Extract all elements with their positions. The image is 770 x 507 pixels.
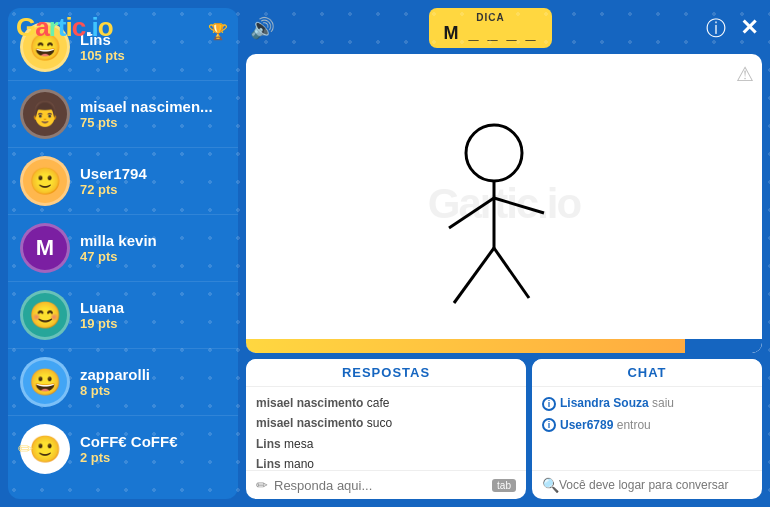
player-info: CoFF€ CoFF€ 2 pts xyxy=(80,433,226,465)
right-panel: 🔊 DICA M _ _ _ _ ⓘ ✕ Gartic.io ⚠ xyxy=(246,8,762,499)
volume-button[interactable]: 🔊 xyxy=(250,16,275,40)
player-name: Luana xyxy=(80,299,226,316)
player-pts: 75 pts xyxy=(80,115,226,130)
top-bar: 🔊 DICA M _ _ _ _ ⓘ ✕ xyxy=(246,8,762,48)
chat-header: CHAT xyxy=(532,359,762,387)
chat-info-icon: i xyxy=(542,418,556,432)
chat-username: User6789 xyxy=(560,418,613,432)
player-pts: 8 pts xyxy=(80,383,226,398)
chat-username: Lisandra Souza xyxy=(560,396,649,410)
progress-bar xyxy=(246,339,762,353)
player-info: misael nascimen... 75 pts xyxy=(80,98,226,130)
player-info: Luana 19 pts xyxy=(80,299,226,331)
chat-info-icon: i xyxy=(542,397,556,411)
player-avatar: M xyxy=(20,223,70,273)
response-answer: mesa xyxy=(284,437,313,451)
response-user: misael nascimento xyxy=(256,396,363,410)
player-name: CoFF€ CoFF€ xyxy=(80,433,226,450)
player-name: zapparolli xyxy=(80,366,226,383)
player-avatar: 😀 xyxy=(20,357,70,407)
player-pts: 105 pts xyxy=(80,48,226,63)
response-user: Lins xyxy=(256,437,281,451)
pencil-icon: ✏ xyxy=(256,477,268,493)
responses-list: misael nascimento cafemisael nascimento … xyxy=(246,387,526,470)
response-answer: mano xyxy=(284,457,314,470)
answer-input-row: ✏ tab xyxy=(246,470,526,499)
info-button[interactable]: ⓘ xyxy=(706,18,726,38)
player-item: 🙂 User1794 72 pts xyxy=(8,148,238,215)
player-avatar: 😊 xyxy=(20,290,70,340)
chat-message: iLisandra Souza saiu xyxy=(542,393,752,415)
answer-input[interactable] xyxy=(274,478,486,493)
player-item: ✏ 🙂 CoFF€ CoFF€ 2 pts xyxy=(8,416,238,482)
responses-section: RESPOSTAS misael nascimento cafemisael n… xyxy=(246,359,526,499)
player-name: milla kevin xyxy=(80,232,226,249)
chat-action: entrou xyxy=(617,418,651,432)
svg-line-4 xyxy=(454,248,494,303)
hint-label: DICA xyxy=(443,12,537,23)
response-answer: suco xyxy=(367,416,392,430)
progress-fill xyxy=(246,339,685,353)
logo: Gartic.io xyxy=(16,12,113,42)
top-right-icons: ⓘ ✕ xyxy=(706,17,758,39)
bottom-panel: RESPOSTAS misael nascimento cafemisael n… xyxy=(246,359,762,499)
svg-line-5 xyxy=(494,248,529,298)
player-pts: 47 pts xyxy=(80,249,226,264)
player-info: zapparolli 8 pts xyxy=(80,366,226,398)
stick-figure xyxy=(424,118,564,318)
chat-message: iUser6789 entrou xyxy=(542,415,752,437)
response-answer: cafe xyxy=(367,396,390,410)
players-sidebar: 😄 Lins 105 pts 🏆 👨 misael nascimen... 75… xyxy=(8,8,238,499)
player-info: milla kevin 47 pts xyxy=(80,232,226,264)
chat-messages: iLisandra Souza saiuiUser6789 entrou xyxy=(532,387,762,470)
hint-box: DICA M _ _ _ _ xyxy=(429,8,551,48)
drawing-canvas: Gartic.io ⚠ xyxy=(246,54,762,353)
player-info: User1794 72 pts xyxy=(80,165,226,197)
chat-section: CHAT iLisandra Souza saiuiUser6789 entro… xyxy=(532,359,762,499)
svg-line-3 xyxy=(494,198,544,213)
response-item: Lins mano xyxy=(256,454,516,470)
responses-header: RESPOSTAS xyxy=(246,359,526,387)
drawing-pencil-icon: ✏ xyxy=(18,438,33,460)
chat-input[interactable] xyxy=(559,478,752,492)
response-item: Lins mesa xyxy=(256,434,516,454)
svg-point-0 xyxy=(466,125,522,181)
response-item: misael nascimento cafe xyxy=(256,393,516,413)
svg-line-2 xyxy=(449,198,494,228)
response-item: misael nascimento suco xyxy=(256,413,516,433)
hint-word: M _ _ _ _ xyxy=(443,23,537,44)
search-icon: 🔍 xyxy=(542,477,559,493)
chat-action: saiu xyxy=(652,396,674,410)
close-button[interactable]: ✕ xyxy=(740,17,758,39)
player-name: User1794 xyxy=(80,165,226,182)
player-pts: 72 pts xyxy=(80,182,226,197)
tab-badge: tab xyxy=(492,479,516,492)
report-button[interactable]: ⚠ xyxy=(736,62,754,86)
player-item: 👨 misael nascimen... 75 pts xyxy=(8,81,238,148)
response-user: Lins xyxy=(256,457,281,470)
player-avatar: 👨 xyxy=(20,89,70,139)
chat-input-row: 🔍 xyxy=(532,470,762,499)
response-user: misael nascimento xyxy=(256,416,363,430)
player-pts: 2 pts xyxy=(80,450,226,465)
player-name: misael nascimen... xyxy=(80,98,226,115)
player-item: 😊 Luana 19 pts xyxy=(8,282,238,349)
player-item: M milla kevin 47 pts xyxy=(8,215,238,282)
player-avatar: 🙂 xyxy=(20,156,70,206)
trophy-icon: 🏆 xyxy=(208,22,228,41)
player-pts: 19 pts xyxy=(80,316,226,331)
player-item: 😀 zapparolli 8 pts xyxy=(8,349,238,416)
